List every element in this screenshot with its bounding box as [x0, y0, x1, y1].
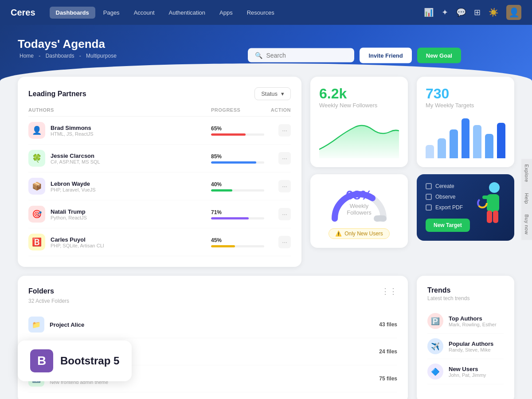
search-input[interactable]: [266, 52, 347, 59]
row-options-button[interactable]: ···: [278, 180, 291, 192]
nav-apps[interactable]: Apps: [213, 7, 239, 19]
dark-options-card: CereateObserveExport PDF New Target: [417, 174, 514, 241]
nav-pages[interactable]: Pages: [97, 7, 126, 19]
row-options-button[interactable]: ···: [278, 152, 291, 164]
trend-desc: John, Pat, Jimmy: [449, 372, 486, 378]
trend-details: Popular Authors Randy, Steve, Mike: [449, 340, 493, 352]
status-dropdown[interactable]: Status ▾: [254, 87, 291, 100]
svg-rect-4: [487, 211, 492, 223]
progress-wrap: 71%: [211, 209, 264, 219]
author-avatar: 📦: [28, 178, 45, 195]
breadcrumb-multipurpose: Multipurpose: [86, 53, 117, 59]
author-info: 📦 Lebron Wayde PHP, Laravel, VueJS: [28, 178, 211, 195]
author-avatar: 🍀: [28, 150, 45, 167]
bootstrap-badge: B Bootstrap 5: [18, 340, 132, 381]
author-row: 👤 Brad Simmons HTML, JS, ReactJS 65% ···: [28, 117, 291, 145]
action-btn: ···: [264, 180, 291, 192]
search-bar[interactable]: 🔍: [248, 48, 354, 63]
sun-icon[interactable]: ☀️: [489, 8, 498, 17]
svg-rect-3: [493, 196, 499, 199]
checkbox-icon: [426, 183, 432, 189]
col-authors: AUTHORS: [28, 107, 211, 113]
author-row: 🎯 Natali Trump Python, ReactJS 71% ···: [28, 200, 291, 228]
folder-files: 75 files: [379, 376, 397, 382]
folders-header: Folders ⋮⋮: [28, 286, 397, 296]
partners-header: Leading Partners Status ▾: [28, 87, 291, 100]
user-avatar[interactable]: 👤: [506, 5, 521, 20]
hero-actions: 🔍 Invite Friend New Goal: [248, 47, 461, 63]
invite-friend-button[interactable]: Invite Friend: [360, 47, 411, 63]
bar-item: [462, 118, 470, 158]
author-tech: PHP, Laravel, VueJS: [51, 187, 96, 192]
folder-files: 43 files: [379, 321, 397, 328]
bar-item: [497, 123, 505, 158]
author-info: 👤 Brad Simmons HTML, JS, ReactJS: [28, 122, 211, 139]
author-tech: PHP, SQLite, Artisan CLI: [51, 243, 104, 248]
progress-pct: 65%: [211, 125, 264, 132]
leading-partners-card: Leading Partners Status ▾ AUTHORS PROGRE…: [18, 77, 301, 267]
chart-icon[interactable]: 📊: [424, 8, 434, 17]
bootstrap-text: Bootstrap 5: [60, 355, 119, 367]
author-row: 🅱️ Carles Puyol PHP, SQLite, Artisan CLI…: [28, 228, 291, 256]
svg-point-0: [489, 182, 500, 193]
folder-name: Project Alice: [50, 321, 84, 328]
trend-row: 🔷 New Users John, Pat, Jimmy: [427, 359, 504, 384]
breadcrumb-home[interactable]: Home: [20, 53, 34, 59]
progress-pct: 40%: [211, 181, 264, 188]
targets-count: 730: [426, 86, 505, 102]
right-column: 730 My Weekly Targets CereateObserveExpo…: [417, 77, 514, 267]
progress-bar: [211, 245, 264, 247]
nav-resources[interactable]: Resources: [241, 7, 281, 19]
nav-auth[interactable]: Authentication: [163, 7, 211, 19]
progress-pct: 45%: [211, 237, 264, 243]
partners-title: Leading Partners: [28, 90, 86, 98]
trend-icon: 🅿️: [427, 313, 443, 329]
trend-row: 🅿️ Top Authors Mark, Rowling, Esther: [427, 309, 504, 334]
col-action: ACTION: [264, 107, 291, 113]
apps-icon[interactable]: ⊞: [474, 8, 481, 17]
col-progress: PROGRESS: [211, 107, 264, 113]
progress-wrap: 40%: [211, 181, 264, 192]
nav-account[interactable]: Account: [128, 7, 161, 19]
progress-fill: [211, 217, 249, 219]
progress-pct: 71%: [211, 209, 264, 215]
trends-subtitle: Latest tech trends: [427, 295, 504, 301]
author-tech: Python, ReactJS: [51, 215, 87, 220]
brand-logo: Ceres: [11, 8, 35, 18]
author-info: 🅱️ Carles Puyol PHP, SQLite, Artisan CLI: [28, 234, 211, 250]
help-label[interactable]: Help: [521, 188, 532, 209]
row-options-button[interactable]: ···: [278, 208, 291, 220]
middle-column: 6.2k Weekly New Followers: [310, 77, 408, 267]
progress-bar: [211, 161, 264, 164]
action-btn: ···: [264, 236, 291, 248]
explore-label[interactable]: Explore: [521, 159, 532, 188]
trend-icon: 🔷: [427, 364, 443, 379]
row-options-button[interactable]: ···: [278, 236, 291, 248]
new-target-button[interactable]: New Target: [426, 219, 470, 232]
sparkle-icon[interactable]: ✦: [442, 8, 448, 17]
nav-dashboards[interactable]: Dashboards: [50, 7, 95, 19]
new-goal-button[interactable]: New Goal: [417, 47, 461, 63]
progress-bar: [211, 189, 264, 192]
folders-options-icon[interactable]: ⋮⋮: [381, 286, 397, 296]
trends-list: 🅿️ Top Authors Mark, Rowling, Esther ✈️ …: [427, 309, 504, 384]
author-details: Lebron Wayde PHP, Laravel, VueJS: [51, 180, 96, 192]
checkbox-icon: [426, 204, 432, 211]
breadcrumb-dashboards[interactable]: Dashboards: [46, 53, 74, 59]
progress-fill: [211, 161, 256, 164]
row-options-button[interactable]: ···: [278, 124, 291, 137]
buy-now-label[interactable]: Buy now: [521, 209, 532, 240]
targets-label: My Weekly Targets: [426, 102, 505, 109]
trend-row: ✈️ Popular Authors Randy, Steve, Mike: [427, 334, 504, 359]
weekly-followers-card: 6.2k Weekly New Followers: [310, 77, 408, 167]
option-label: Cereate: [435, 183, 454, 189]
progress-bar: [211, 133, 264, 136]
checkbox-icon: [426, 194, 432, 200]
folder-row: 📁 Project Alice 43 files: [28, 311, 397, 338]
trend-name: Popular Authors: [449, 340, 493, 347]
gauge-label: Weekly Followers: [344, 203, 375, 216]
bar-item: [473, 125, 481, 158]
message-icon[interactable]: 💬: [456, 8, 466, 17]
action-btn: ···: [264, 208, 291, 220]
bar-item: [438, 138, 446, 158]
